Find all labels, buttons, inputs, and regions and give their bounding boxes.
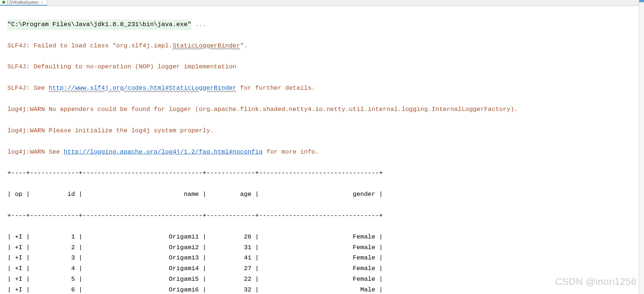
table-row: | +I | 3 | Origami3 | 41 | Female | — [0, 253, 644, 263]
table-row: | +I | 6 | Origami6 | 32 | Male | — [0, 285, 644, 294]
console-output[interactable]: "C:\Program Files\Java\jdk1.8.0_231\bin\… — [0, 6, 644, 294]
table-row: | +I | 5 | Origami5 | 22 | Female | — [0, 274, 644, 285]
java-command: "C:\Program Files\Java\jdk1.8.0_231\bin\… — [7, 19, 191, 30]
table-header: | op | id | name | age | gender | — [0, 189, 644, 200]
tab-bar: CSVKafkaSystem × — [0, 0, 644, 6]
log-line: SLF4J: See http://www.slf4j.org/codes.ht… — [0, 83, 644, 94]
console-tab[interactable]: CSVKafkaSystem × — [0, 0, 47, 6]
log-line: log4j:WARN Please initialize the log4j s… — [0, 126, 644, 136]
table-row: | +I | 1 | Origami1 | 26 | Female | — [0, 232, 644, 243]
close-icon[interactable]: × — [41, 0, 43, 4]
command-rest: ... — [191, 21, 206, 28]
scrollbar-track[interactable] — [639, 0, 644, 294]
run-icon — [2, 1, 5, 4]
table-border: +----+-------------+--------------------… — [0, 168, 644, 179]
log-line: SLF4J: Failed to load class "org.slf4j.i… — [0, 41, 644, 51]
log-line: SLF4J: Defaulting to no-operation (NOP) … — [0, 62, 644, 72]
log-line: log4j:WARN See http://logging.apache.org… — [0, 147, 644, 158]
log4j-link[interactable]: http://logging.apache.org/log4j/1.2/faq.… — [64, 148, 263, 155]
error-stripe-marker[interactable] — [639, 0, 644, 2]
slf4j-link[interactable]: http://www.slf4j.org/codes.html#StaticLo… — [49, 85, 236, 92]
watermark: CSDN @inori1256 — [555, 276, 637, 287]
table-border: +----+-------------+--------------------… — [0, 211, 644, 221]
table-row: | +I | 4 | Origami4 | 27 | Female | — [0, 263, 644, 274]
tab-title: CSVKafkaSystem — [7, 0, 39, 4]
log-line: log4j:WARN No appenders could be found f… — [0, 104, 644, 115]
table-row: | +I | 2 | Origami2 | 31 | Female | — [0, 243, 644, 253]
